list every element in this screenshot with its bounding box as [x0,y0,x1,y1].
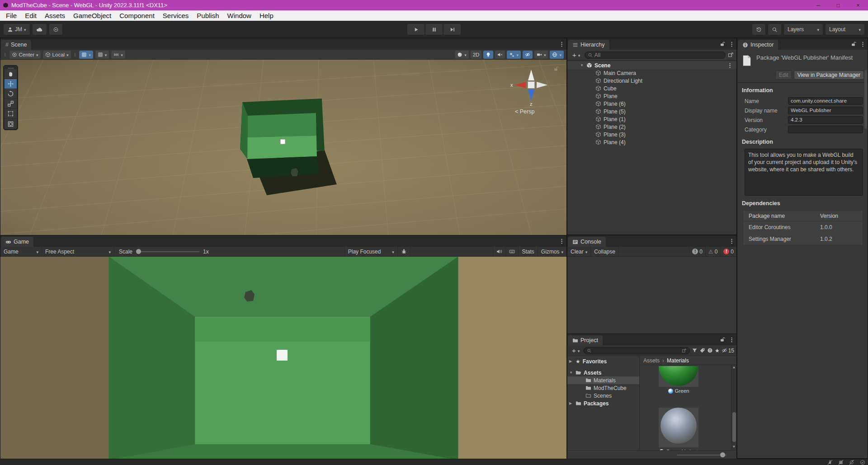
camera-settings-dropdown[interactable] [534,51,548,59]
tool-orientation-dropdown[interactable]: Local [43,51,71,59]
focus-dropdown[interactable]: Play Focused [344,247,398,256]
scroll-up-icon[interactable]: ▲ [732,365,736,371]
auto-refresh-off-icon[interactable] [849,460,854,465]
description-textarea[interactable]: This tool allows you to make a WebGL bui… [745,149,863,196]
warning-count-toggle[interactable]: ⚠ 0 [705,247,720,256]
open-window-icon[interactable] [682,348,687,353]
scale-slider-knob[interactable] [136,249,141,254]
lock-icon[interactable] [553,66,559,72]
hierarchy-search[interactable] [585,52,726,59]
cloud-button[interactable] [33,24,47,35]
stats-button[interactable]: Stats [519,247,538,256]
breadcrumb-materials[interactable]: Materials [667,357,689,364]
menu-window[interactable]: Window [223,10,255,21]
minimize-button[interactable]: ─ [808,0,828,10]
asset-tile-green-variant[interactable]: Green Variant [657,406,700,454]
hierarchy-row[interactable]: Plane [567,92,736,100]
hand-tool-button[interactable] [5,69,17,79]
dependency-row[interactable]: Editor Coroutines 1.0.0 [743,221,863,233]
menu-publish[interactable]: Publish [193,10,223,21]
scene-row-kebab-icon[interactable] [727,62,733,69]
close-button[interactable]: × [848,0,868,10]
hierarchy-row[interactable]: Main Camera [567,69,736,77]
debug-button[interactable] [398,247,410,256]
menu-gameobject[interactable]: GameObject [69,10,115,21]
account-dropdown[interactable]: JM [4,24,30,35]
hierarchy-row[interactable]: Plane (3) [567,131,736,138]
step-button[interactable] [443,24,461,35]
y-axis-cone[interactable] [528,70,534,80]
lock-icon[interactable] [720,337,726,343]
project-search[interactable] [584,347,690,354]
tab-console[interactable]: Console [568,237,606,247]
draw-mode-dropdown[interactable] [455,51,469,59]
menu-component[interactable]: Component [115,10,159,21]
search-by-type-icon[interactable] [692,348,698,353]
clear-button[interactable]: Clear [567,247,591,256]
scrollbar-thumb[interactable] [732,412,736,442]
layers-dropdown[interactable]: Layers [784,24,823,35]
layout-dropdown[interactable]: Layout [826,24,864,35]
scroll-down-icon[interactable]: ▼ [732,445,736,450]
project-menu-kebab-icon[interactable] [729,336,735,343]
hierarchy-search-input[interactable] [594,52,722,58]
tree-item-packages[interactable]: ▶ Packages [567,399,639,407]
move-tool-button[interactable] [5,79,17,89]
tab-hierarchy[interactable]: Hierarchy [568,40,609,50]
tab-project[interactable]: Project [568,335,603,345]
mute-audio-button[interactable] [493,247,506,256]
lighting-toggle[interactable] [483,51,493,59]
search-button[interactable] [768,24,781,35]
grid-visibility-dropdown[interactable] [95,51,109,59]
add-asset-button[interactable]: + [570,347,582,355]
pause-button[interactable] [425,24,443,35]
undo-history-button[interactable] [752,24,765,35]
perspective-label[interactable]: < Persp [515,108,534,115]
effects-dropdown[interactable] [507,51,521,59]
view-in-package-manager-button[interactable]: View in Package Manager [794,70,864,80]
name-field[interactable]: com.unity.connect.share [788,97,863,105]
menu-assets[interactable]: Assets [41,10,69,21]
hierarchy-row[interactable]: Directional Light [567,77,736,85]
grid-snapping-toggle[interactable] [79,51,93,59]
tree-item-modthecube[interactable]: ModTheCube [567,384,639,392]
menu-edit[interactable]: Edit [21,10,41,21]
aspect-dropdown[interactable]: Free Aspect [42,247,114,256]
play-button[interactable] [407,24,425,35]
tab-scene[interactable]: # Scene [1,40,31,50]
scene-viewport[interactable]: x z < Persp [0,60,566,235]
grid-scrollbar[interactable]: ▲ ▼ [731,365,736,450]
display-dropdown[interactable]: Game [0,247,42,256]
edit-button[interactable]: Edit [775,70,792,80]
label-icon[interactable] [699,348,705,353]
vsync-button[interactable] [506,247,519,256]
chevron-expand-icon[interactable]: ▼ [580,63,584,67]
chevron-expand-icon[interactable]: ▼ [569,371,573,375]
snap-increment-dropdown[interactable] [111,51,125,59]
game-menu-kebab-icon[interactable] [559,238,565,244]
category-field[interactable] [788,126,863,133]
hierarchy-row[interactable]: Cube [567,85,736,92]
audio-toggle[interactable] [495,51,505,59]
gizmos-dropdown[interactable] [550,51,564,59]
progress-ok-icon[interactable] [860,460,865,465]
tree-item-scenes[interactable]: Scenes [567,392,639,399]
lock-icon[interactable] [851,41,857,47]
rotate-tool-button[interactable] [5,89,17,99]
debugger-disabled-icon[interactable] [827,460,833,465]
menu-file[interactable]: File [2,10,21,21]
x-axis-cone[interactable] [515,82,526,88]
project-search-input[interactable] [593,348,681,354]
console-menu-kebab-icon[interactable] [729,238,735,244]
collab-button[interactable] [49,24,62,35]
orientation-gizmo[interactable]: x z < Persp [509,62,553,117]
chevron-collapsed-icon[interactable]: ▶ [569,401,573,405]
gizmo-center-cube[interactable] [528,81,535,89]
neg-x-axis-cone[interactable] [537,82,547,88]
tree-item-assets[interactable]: ▼ Assets [567,369,639,376]
hierarchy-row-scene[interactable]: ▼ Scene [567,61,736,69]
game-viewport[interactable] [0,257,566,460]
favorites-filter-icon[interactable]: ★ [715,348,720,354]
chevron-collapsed-icon[interactable]: ▶ [569,359,573,363]
version-field[interactable]: 4.2.3 [788,116,863,124]
